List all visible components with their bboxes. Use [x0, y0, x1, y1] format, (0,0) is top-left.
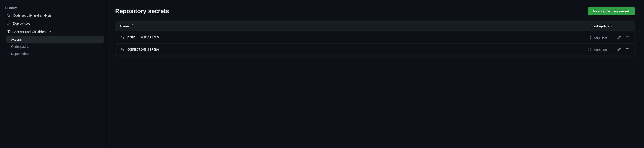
sidebar-item-dependabot-label: Dependabot — [11, 52, 28, 56]
table-row: AZURE_CREDENTIALS 2 hours ago — [116, 31, 634, 44]
row-name-cell: AZURE_CREDENTIALS — [120, 35, 579, 40]
sidebar-item-code-security[interactable]: Code security and analysis — [2, 12, 104, 19]
table-row: CONNECTION_STRING 10 hours ago — [116, 44, 634, 56]
row-updated-cell-connection: 10 hours ago — [579, 47, 630, 52]
search-icon — [6, 13, 10, 18]
secrets-sub-items: Actions Codespaces Dependabot — [4, 36, 106, 57]
sidebar-item-actions-label: Actions — [11, 38, 22, 41]
page-title: Repository secrets — [115, 8, 169, 15]
key-icon — [6, 22, 10, 26]
sidebar-group-secrets-and-variables[interactable]: Secrets and variables — [2, 28, 104, 36]
table-header: Name Last updated — [116, 21, 634, 31]
sidebar-item-deploy-keys-label: Deploy keys — [13, 22, 99, 25]
table-header-name-cell[interactable]: Name — [120, 24, 134, 28]
sidebar-item-actions[interactable]: Actions — [6, 36, 104, 43]
asterisk-icon — [6, 30, 10, 34]
secret-name-azure: AZURE_CREDENTIALS — [127, 36, 159, 39]
lock-icon — [120, 35, 124, 40]
lock-icon-connection — [120, 47, 124, 52]
row-actions-connection — [616, 47, 630, 52]
row-name-cell-connection: CONNECTION_STRING — [120, 47, 579, 52]
page-header: Repository secrets New repository secret — [115, 7, 635, 16]
row-updated-cell-azure: 2 hours ago — [579, 35, 630, 40]
table-header-updated-cell: Last updated — [592, 25, 630, 28]
sort-icon — [130, 24, 134, 28]
secrets-table: Name Last updated AZURE_CREDENTIALS — [115, 21, 635, 56]
secret-name-connection: CONNECTION_STRING — [127, 48, 159, 52]
sidebar: Security Code security and analysis Depl… — [0, 0, 106, 148]
new-repository-secret-button[interactable]: New repository secret — [588, 7, 635, 16]
edit-button-azure[interactable] — [616, 35, 622, 40]
main-content: Repository secrets New repository secret… — [106, 0, 644, 148]
sidebar-section-label: Security — [0, 5, 106, 11]
table-header-name-label: Name — [120, 25, 129, 28]
sidebar-item-codespaces-label: Codespaces — [11, 45, 29, 49]
secret-updated-connection: 10 hours ago — [588, 48, 607, 52]
chevron-up-icon — [48, 30, 52, 34]
edit-button-connection[interactable] — [616, 47, 622, 52]
sidebar-group-secrets-label: Secrets and variables — [12, 30, 46, 34]
row-actions-azure — [616, 35, 630, 40]
sidebar-item-code-security-label: Code security and analysis — [13, 14, 99, 17]
sidebar-item-deploy-keys[interactable]: Deploy keys — [2, 20, 104, 28]
sidebar-item-codespaces[interactable]: Codespaces — [6, 43, 104, 50]
sidebar-item-dependabot[interactable]: Dependabot — [6, 50, 104, 57]
delete-button-connection[interactable] — [624, 47, 630, 52]
delete-button-azure[interactable] — [624, 35, 630, 40]
secret-updated-azure: 2 hours ago — [590, 36, 607, 39]
